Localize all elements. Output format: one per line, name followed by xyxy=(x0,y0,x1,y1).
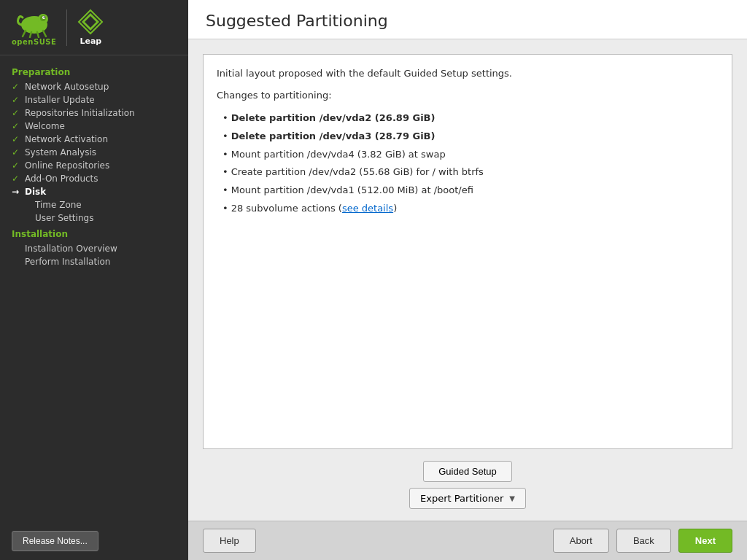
help-button[interactable]: Help xyxy=(203,529,256,553)
sidebar-item-online-repositories[interactable]: ✓ Online Repositories xyxy=(0,159,188,172)
sidebar-item-network-autosetup[interactable]: ✓ Network Autosetup xyxy=(0,80,188,93)
sidebar-item-label: Perform Installation xyxy=(25,257,110,267)
brand-label: openSUSE xyxy=(12,38,56,46)
sidebar-item-label: System Analysis xyxy=(25,147,96,158)
chameleon-icon xyxy=(15,9,53,38)
check-icon: ✓ xyxy=(12,95,22,105)
sidebar-footer: Release Notes... xyxy=(0,522,188,560)
expert-partitioner-label: Expert Partitioner xyxy=(420,493,503,504)
leap-icon xyxy=(77,9,104,35)
svg-line-4 xyxy=(23,31,26,36)
expert-partitioner-dropdown[interactable]: Expert Partitioner ▼ xyxy=(409,488,526,509)
sidebar: openSUSE Leap Preparation ✓ Network Auto… xyxy=(0,0,188,560)
sidebar-item-network-activation[interactable]: ✓ Network Activation xyxy=(0,133,188,146)
sidebar-item-label: Online Repositories xyxy=(25,160,109,171)
content-area: Initial layout proposed with the default… xyxy=(188,39,747,521)
preparation-header: Preparation xyxy=(0,63,188,80)
sidebar-logo: openSUSE Leap xyxy=(0,0,188,55)
sidebar-item-label: User Settings xyxy=(35,213,93,223)
sidebar-item-welcome[interactable]: ✓ Welcome xyxy=(0,120,188,133)
sidebar-item-timezone[interactable]: Time Zone xyxy=(0,198,188,211)
abort-button[interactable]: Abort xyxy=(553,529,609,553)
sidebar-item-label: Repositories Initialization xyxy=(25,108,135,118)
partition-item-text: Create partition /dev/vda2 (55.68 GiB) f… xyxy=(231,165,484,180)
list-item: Delete partition /dev/vda2 (26.89 GiB) xyxy=(222,109,719,128)
check-icon: ✓ xyxy=(12,134,22,144)
dropdown-arrow-icon: ▼ xyxy=(509,494,515,502)
sidebar-item-label: Network Activation xyxy=(25,134,108,144)
partition-item-text: Delete partition /dev/vda3 (28.79 GiB) xyxy=(231,129,436,144)
action-buttons: Guided Setup Expert Partitioner ▼ xyxy=(203,461,732,509)
partition-item-text: Mount partition /dev/vda1 (512.00 MiB) a… xyxy=(231,183,473,198)
changes-label: Changes to partitioning: xyxy=(217,88,719,103)
sidebar-item-user-settings[interactable]: User Settings xyxy=(0,211,188,225)
arrow-icon: → xyxy=(12,187,22,197)
partition-box: Initial layout proposed with the default… xyxy=(203,54,732,449)
footer-left: Help xyxy=(203,529,256,553)
sidebar-item-label: Add-On Products xyxy=(25,174,98,184)
list-item: Create partition /dev/vda2 (55.68 GiB) f… xyxy=(222,163,719,182)
page-title: Suggested Partitioning xyxy=(206,12,729,30)
sidebar-item-label: Disk xyxy=(25,187,46,197)
sidebar-item-disk[interactable]: → Disk xyxy=(0,185,188,198)
next-button[interactable]: Next xyxy=(678,529,732,553)
installation-header: Installation xyxy=(0,225,188,242)
sidebar-item-label: Installer Update xyxy=(25,95,95,105)
release-notes-button[interactable]: Release Notes... xyxy=(12,531,98,551)
partition-list: Delete partition /dev/vda2 (26.89 GiB) D… xyxy=(217,109,719,218)
sidebar-item-label: Time Zone xyxy=(35,200,82,210)
sidebar-item-label: Network Autosetup xyxy=(25,82,109,92)
sidebar-item-installer-update[interactable]: ✓ Installer Update xyxy=(0,93,188,106)
sidebar-nav: Preparation ✓ Network Autosetup ✓ Instal… xyxy=(0,55,188,522)
list-item: Mount partition /dev/vda4 (3.82 GiB) at … xyxy=(222,146,719,164)
back-button[interactable]: Back xyxy=(616,529,671,553)
list-item: 28 subvolume actions (see details) xyxy=(222,200,719,218)
footer-right: Abort Back Next xyxy=(553,529,732,553)
check-icon: ✓ xyxy=(12,174,22,184)
sidebar-item-addon-products[interactable]: ✓ Add-On Products xyxy=(0,172,188,185)
sidebar-item-system-analysis[interactable]: ✓ System Analysis xyxy=(0,146,188,159)
list-item: Delete partition /dev/vda3 (28.79 GiB) xyxy=(222,128,719,146)
opensuse-logo: openSUSE xyxy=(12,9,56,46)
guided-setup-button[interactable]: Guided Setup xyxy=(423,461,512,482)
main-content: Suggested Partitioning Initial layout pr… xyxy=(188,0,747,560)
intro-text: Initial layout proposed with the default… xyxy=(217,66,719,81)
check-icon: ✓ xyxy=(12,108,22,118)
sidebar-item-label: Welcome xyxy=(25,121,65,131)
svg-point-10 xyxy=(43,17,44,18)
logo-divider xyxy=(66,9,67,46)
check-icon: ✓ xyxy=(12,147,22,158)
sidebar-item-perform-installation[interactable]: Perform Installation xyxy=(0,255,188,268)
partition-item-text: Mount partition /dev/vda4 (3.82 GiB) at … xyxy=(231,147,446,163)
list-item: Mount partition /dev/vda1 (512.00 MiB) a… xyxy=(222,182,719,200)
svg-line-7 xyxy=(43,31,46,36)
main-header: Suggested Partitioning xyxy=(188,0,747,39)
leap-label: Leap xyxy=(80,36,101,46)
check-icon: ✓ xyxy=(12,160,22,171)
partition-item-text: 28 subvolume actions (see details) xyxy=(231,201,398,217)
sidebar-item-repositories-init[interactable]: ✓ Repositories Initialization xyxy=(0,106,188,120)
leap-logo: Leap xyxy=(77,9,104,46)
partition-item-text: Delete partition /dev/vda2 (26.89 GiB) xyxy=(231,111,436,126)
check-icon: ✓ xyxy=(12,82,22,92)
sidebar-item-label: Installation Overview xyxy=(25,244,117,254)
see-details-link[interactable]: see details xyxy=(342,203,393,214)
footer-bar: Help Abort Back Next xyxy=(188,521,747,560)
check-icon: ✓ xyxy=(12,121,22,131)
sidebar-item-installation-overview[interactable]: Installation Overview xyxy=(0,242,188,255)
